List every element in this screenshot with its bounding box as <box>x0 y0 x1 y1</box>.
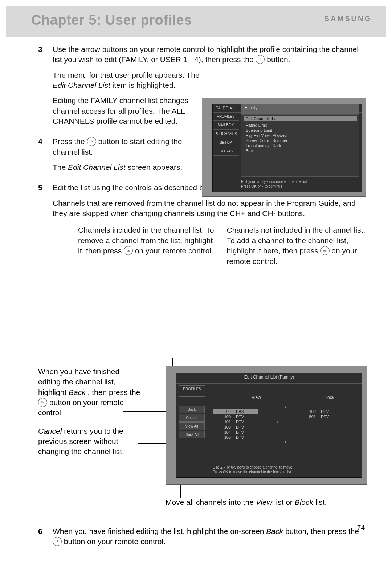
channel-row: 105DTV <box>213 435 358 440</box>
screenshot-profile-menu: GUIDE ▸ Family PROFILESMAILBOXPURCHASESS… <box>202 98 366 197</box>
left-callouts: When you have finished editing the chann… <box>38 367 143 465</box>
hint-text: Press OK or ▸ to continue. <box>241 184 359 189</box>
callout-columns: Channels included in the channel list. T… <box>53 225 367 266</box>
profiles-tab: PROFILES <box>179 385 205 397</box>
hint-text: Edit your family's customized channel li… <box>241 179 359 184</box>
ok-button-icon <box>320 246 330 255</box>
menu-item: Rating Limit <box>241 123 359 128</box>
text: button on your remote control. <box>38 398 124 417</box>
callout-included: Channels included in the channel list. T… <box>53 225 218 266</box>
step-number: 4 <box>38 136 53 177</box>
chapter-title: Chapter 5: User profiles <box>31 12 192 28</box>
step-6: 6 When you have finished editing the lis… <box>38 526 367 552</box>
menu-item: Translucency : Dark <box>241 143 359 148</box>
italic-text: Cancel <box>38 427 62 435</box>
ok-button-icon <box>87 137 96 146</box>
text: list. <box>315 498 327 506</box>
step-number: 6 <box>38 526 53 547</box>
menu-header: Family <box>241 104 359 114</box>
callout-cancel: Cancel returns you to the previous scree… <box>38 426 143 457</box>
italic-text: Block <box>295 498 313 506</box>
channel-row: 103DTV <box>213 425 358 430</box>
text: button, then press the <box>285 527 359 535</box>
menu-tab: PROFILES <box>213 112 239 121</box>
callout-move-all: Move all channels into the View list or … <box>166 497 369 507</box>
menu-item: Screen Color : Summer <box>241 138 359 143</box>
menu-tab: EXTRAS <box>213 147 239 156</box>
callout-finished: When you have finished editing the chann… <box>38 367 143 418</box>
text: item is highlighted. <box>113 81 176 89</box>
text: on your remote control. <box>135 246 213 255</box>
text: The <box>53 163 68 171</box>
page-number: 74 <box>357 524 365 532</box>
document-page: Chapter 5: User profiles SAMSUNG 3 Use t… <box>0 0 392 576</box>
ok-button-icon <box>124 246 133 255</box>
paragraph: Channels that are removed from the chann… <box>53 198 367 219</box>
italic-text: Back <box>266 527 283 535</box>
channel-row: 99PBS102DTV <box>213 409 358 414</box>
hint-text: Press OK to move the channel to the bloc… <box>213 470 358 474</box>
view-header: View <box>224 395 289 402</box>
text: When you have finished editing the list,… <box>53 527 266 535</box>
callout-not-included: Channels not included in the channel lis… <box>227 225 367 266</box>
text: Use the arrow buttons on your remote con… <box>53 45 359 64</box>
text: Press the <box>53 137 87 146</box>
menu-tab: MAILBOX <box>213 121 239 130</box>
step-body: When you have finished editing the list,… <box>53 526 367 547</box>
text: list or <box>274 498 295 506</box>
menu-item: Spending Limit <box>241 128 359 133</box>
text: Move all channels into the <box>166 498 256 506</box>
text: screen appears. <box>128 163 183 171</box>
brand-logo: SAMSUNG <box>324 15 372 23</box>
menu-tab: PURCHASES <box>213 130 239 138</box>
text: button on your remote control. <box>64 537 166 546</box>
ok-button-icon <box>38 398 47 407</box>
menu-item: Back <box>241 148 359 153</box>
menu-button: Cancel <box>179 414 205 422</box>
screenshot-edit-channel-list: Edit Channel List (Family) PROFILES Back… <box>166 366 367 485</box>
ok-button-icon <box>256 55 265 64</box>
italic-text: Edit Channel List <box>68 163 126 171</box>
text: The menu for that user profile appears. … <box>53 71 200 79</box>
italic-text: View <box>256 498 272 506</box>
italic-text: Back <box>69 388 86 396</box>
menu-button: View All <box>179 422 205 430</box>
block-header: Block <box>303 395 354 402</box>
text: , then press the <box>88 388 140 396</box>
channel-row: 100DTV501DTV <box>213 414 358 419</box>
screen-title: Edit Channel List (Family) <box>176 373 362 384</box>
hint-text: Use ▴, ▾ or 0-9 keys to choose a channel… <box>213 465 358 470</box>
connector-line <box>180 485 181 498</box>
menu-item: Edit Channel List <box>244 116 357 121</box>
chapter-header: Chapter 5: User profiles SAMSUNG <box>6 6 386 37</box>
step-number: 5 <box>38 183 53 266</box>
channel-row: 101DTV▸ <box>213 419 358 425</box>
ok-button-icon <box>53 537 62 546</box>
paragraph: Editing the FAMILY channel list changes … <box>53 95 205 126</box>
menu-button: Block All <box>179 431 205 438</box>
menu-button: Back <box>179 406 205 413</box>
step-number: 3 <box>38 44 53 131</box>
text: button. <box>267 55 290 64</box>
channel-row: 104DTV <box>213 430 358 435</box>
menu-tab: SETUP <box>213 138 239 147</box>
italic-text: Edit Channel List <box>53 81 110 89</box>
menu-item: Pay Per View : Allowed <box>241 133 359 138</box>
